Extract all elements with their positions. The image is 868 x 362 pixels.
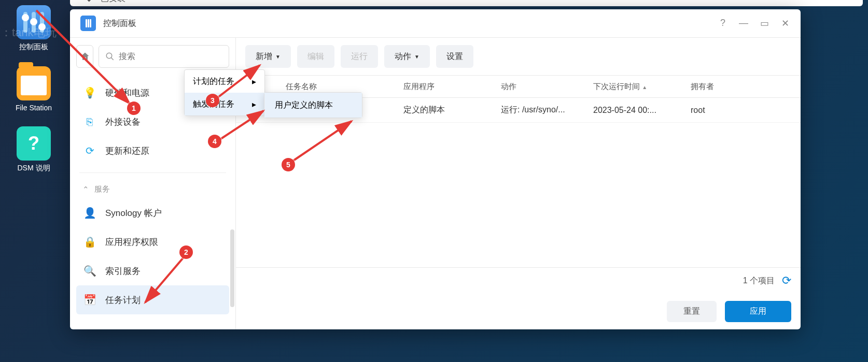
main-content: 新增▼ 编辑 运行 动作▼ 设置 任务名称 应用程序 动作 下次运行时间 ▲ 拥… [236, 38, 801, 329]
edit-button[interactable]: 编辑 [297, 45, 334, 68]
th-app[interactable]: 应用程序 [399, 82, 497, 92]
refresh-button[interactable]: ⟳ [782, 274, 791, 287]
search-box[interactable] [99, 45, 229, 68]
scrollbar[interactable] [230, 229, 234, 307]
svg-point-0 [106, 53, 112, 59]
user-icon: 👤 [82, 206, 97, 220]
maximize-button[interactable]: ▭ [759, 18, 769, 29]
titlebar: 控制面板 ? — ▭ ✕ [70, 9, 801, 37]
installed-label: 已安装 [101, 0, 125, 4]
desktop-icon-file-station[interactable]: File Station [0, 66, 67, 112]
refresh-icon: ⟳ [82, 143, 97, 158]
apply-button[interactable]: 应用 [725, 301, 791, 322]
run-button[interactable]: 运行 [341, 45, 378, 68]
annotation-badge-5: 5 [282, 158, 295, 171]
caret-down-icon: ▼ [414, 54, 419, 60]
annotation-badge-2: 2 [179, 245, 193, 259]
help-button[interactable]: ? [718, 18, 728, 29]
th-owner[interactable]: 拥有者 [687, 82, 764, 92]
chevron-right-icon: ▸ [252, 99, 256, 109]
sidebar-label: 任务计划 [105, 294, 141, 306]
home-button[interactable] [76, 45, 93, 68]
search-icon [105, 52, 115, 61]
annotation-badge-3: 3 [206, 94, 219, 107]
sort-asc-icon: ▲ [642, 84, 647, 90]
search-doc-icon: 🔍 [82, 264, 97, 278]
svg-line-1 [111, 57, 114, 60]
chevron-right-icon: ▸ [252, 77, 256, 86]
menu-item-scheduled-task[interactable]: 计划的任务▸ [185, 70, 264, 93]
th-next-run[interactable]: 下次运行时间 ▲ [589, 82, 687, 92]
settings-button[interactable]: 设置 [436, 45, 473, 68]
annotation-badge-4: 4 [208, 135, 221, 148]
sidebar-item-indexing[interactable]: 🔍 索引服务 [76, 256, 229, 285]
reset-button[interactable]: 重置 [667, 301, 717, 322]
annotation-badge-1: 1 [127, 102, 141, 115]
footer-status: 1 个项目 ⟳ [236, 267, 801, 294]
sidebar-label: 索引服务 [105, 265, 141, 277]
cell-next: 2023-05-24 00:... [589, 106, 687, 115]
usb-icon: ⎘ [82, 114, 97, 129]
app-icon [80, 16, 96, 31]
add-menu: 计划的任务▸ 触发的任务▸ [184, 69, 265, 116]
desktop-icon-dsm-help[interactable]: ? DSM 说明 [0, 126, 67, 173]
sidebar-item-update[interactable]: ⟳ 更新和还原 [76, 136, 229, 165]
add-button[interactable]: 新增▼ [245, 45, 291, 68]
home-icon [80, 51, 90, 62]
minimize-button[interactable]: — [738, 18, 749, 29]
close-button[interactable]: ✕ [780, 18, 790, 29]
triggered-submenu: 用户定义的脚本 [264, 92, 362, 118]
item-count: 1 个项目 [743, 276, 775, 286]
caret-down-icon: ▼ [275, 54, 281, 60]
sidebar-section-services[interactable]: ⌃ 服务 [76, 180, 229, 198]
watermark: 淘宝店：tank电玩 [0, 25, 57, 40]
menu-item-user-defined-script[interactable]: 用户定义的脚本 [264, 93, 362, 118]
sidebar-label: 应用程序权限 [105, 236, 158, 248]
toolbar: 新增▼ 编辑 运行 动作▼ 设置 [236, 38, 801, 75]
separator [79, 172, 226, 173]
th-name[interactable]: 任务名称 [282, 82, 399, 92]
folder-icon [17, 66, 51, 100]
window-title: 控制面板 [103, 18, 136, 29]
lock-icon: 🔒 [82, 235, 97, 249]
help-icon: ? [17, 126, 51, 161]
sidebar-item-task-scheduler[interactable]: 📅 任务计划 [76, 285, 229, 314]
sidebar-label: Synology 帐户 [105, 207, 162, 219]
desktop-label: 控制面板 [19, 42, 48, 52]
sidebar-item-app-privileges[interactable]: 🔒 应用程序权限 [76, 227, 229, 256]
sidebar-label: 硬件和电源 [105, 87, 149, 99]
cell-action: 运行: /usr/syno/... [497, 105, 589, 115]
sidebar-item-synology-account[interactable]: 👤 Synology 帐户 [76, 198, 229, 227]
sidebar-label: 外接设备 [105, 116, 141, 128]
footer-buttons: 重置 应用 [236, 294, 801, 329]
calendar-icon: 📅 [82, 293, 97, 307]
action-button[interactable]: 动作▼ [384, 45, 430, 68]
bulb-icon: 💡 [82, 85, 97, 100]
background-window: ⬇ 已安装 [70, 0, 863, 6]
section-label: 服务 [94, 184, 110, 194]
cell-owner: root [687, 106, 764, 115]
desktop-label: DSM 说明 [18, 164, 50, 173]
cell-app: 定义的脚本 [399, 105, 497, 115]
th-action[interactable]: 动作 [497, 82, 589, 92]
control-panel-window: 控制面板 ? — ▭ ✕ 💡 硬件和电源 [70, 9, 801, 329]
download-icon: ⬇ [86, 0, 92, 4]
search-input[interactable] [119, 52, 222, 61]
menu-item-triggered-task[interactable]: 触发的任务▸ [185, 93, 264, 115]
desktop-label: File Station [16, 104, 52, 112]
sidebar-label: 更新和还原 [105, 145, 149, 157]
chevron-up-icon: ⌃ [82, 185, 89, 194]
